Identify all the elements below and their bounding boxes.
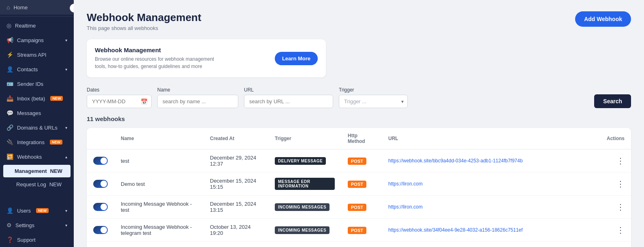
actions-menu-button[interactable]: ⋮ — [616, 156, 625, 165]
toggle-cell — [87, 196, 114, 219]
sidebar-item-campaigns[interactable]: 📢 Campaigns ▾ — [0, 33, 74, 47]
contacts-icon: 👤 — [6, 66, 13, 72]
search-button[interactable]: Search — [594, 94, 631, 108]
webhook-trigger: MESSAGE EDR INFORMATION — [268, 172, 341, 196]
trigger-select[interactable]: Trigger ... DELIVERY MESSAGE MESSAGE EDR… — [339, 95, 408, 108]
col-header-actions: Actions — [600, 128, 631, 149]
table-row: Incoming Message Webhook - test December… — [87, 196, 631, 219]
webhook-actions: ⋮ — [600, 242, 631, 247]
new-badge: NEW — [50, 168, 62, 174]
table-row: Demo test December 15, 2024 15:15 MESSAG… — [87, 172, 631, 196]
sidebar-item-label: Home — [13, 4, 28, 11]
webhook-method: POST — [341, 219, 382, 242]
toggle-cell — [87, 149, 114, 172]
webhook-trigger: INCOMING MESSAGES — [268, 219, 341, 242]
webhook-toggle[interactable] — [93, 203, 108, 211]
webhooks-table-container: Name Created At Trigger Http Method URL … — [87, 128, 631, 247]
webhook-actions: ⋮ — [600, 196, 631, 219]
col-header-trigger: Trigger — [268, 128, 341, 149]
webhook-url: https://liron.com — [382, 196, 600, 219]
webhooks-icon: 🔁 — [6, 153, 13, 160]
webhook-name: Demo test — [114, 172, 203, 196]
main-content: Webhook Management This page shows all w… — [74, 0, 644, 247]
table-header-row: Name Created At Trigger Http Method URL … — [87, 128, 631, 149]
sidebar-item-label: Messages — [17, 110, 41, 116]
chevron-down-icon: ▾ — [65, 209, 67, 213]
integrations-icon: 🔌 — [6, 139, 13, 145]
sidebar-item-webhooks[interactable]: 🔁 Webhooks ▴ — [0, 149, 74, 164]
table-row: Incoming Message Webhook - telegram test… — [87, 219, 631, 242]
url-input[interactable] — [244, 95, 333, 108]
webhook-trigger: INCOMING MESSAGES — [268, 242, 341, 247]
page-header: Webhook Management This page shows all w… — [87, 11, 631, 31]
add-webhook-button[interactable]: Add Webhook — [575, 11, 631, 27]
webhook-name: Incoming Message Webhook - test — [114, 196, 203, 219]
sidebar-sub-label: Management — [15, 168, 47, 174]
trigger-badge: INCOMING MESSAGES — [275, 203, 329, 211]
page-header-text: Webhook Management This page shows all w… — [87, 11, 201, 31]
sidebar-item-label: Campaigns — [17, 37, 44, 43]
webhook-created-at: December 15, 2024 13:15 — [203, 196, 268, 219]
domains-icon: 🔗 — [6, 124, 13, 131]
method-badge: POST — [348, 158, 366, 165]
actions-menu-button[interactable]: ⋮ — [616, 179, 625, 188]
sidebar-item-contacts[interactable]: 👤 Contacts ▾ — [0, 62, 74, 77]
method-badge: POST — [348, 227, 366, 234]
sidebar-item-support[interactable]: ❓ Support — [0, 232, 74, 247]
sidebar-item-streams-api[interactable]: ⚡ Streams API — [0, 47, 74, 62]
trigger-filter-group: Trigger Trigger ... DELIVERY MESSAGE MES… — [339, 87, 408, 108]
sidebar-item-settings[interactable]: ⚙ Settings ▾ — [0, 218, 74, 232]
trigger-badge: DELIVERY MESSAGE — [275, 157, 326, 165]
sidebar-item-integrations[interactable]: 🔌 Integrations NEW — [0, 135, 74, 149]
sidebar-item-sender-ids[interactable]: 🪪 Sender IDs — [0, 77, 74, 91]
sidebar-item-inbox[interactable]: 📥 Inbox (beta) NEW — [0, 91, 74, 106]
learn-more-button[interactable]: Learn More — [275, 52, 318, 65]
new-badge: NEW — [49, 181, 62, 187]
name-input[interactable] — [157, 95, 238, 108]
webhook-toggle[interactable] — [93, 226, 108, 234]
inbox-icon: 📥 — [6, 95, 13, 102]
webhook-method: POST — [341, 242, 382, 247]
page-subtitle: This page shows all webhooks — [87, 25, 201, 31]
realtime-icon: ◎ — [6, 22, 11, 29]
name-filter-label: Name — [157, 87, 238, 93]
sidebar-sub-item-request-log[interactable]: Request Log NEW — [0, 178, 74, 191]
webhook-toggle[interactable] — [93, 180, 108, 188]
webhook-trigger: DELIVERY MESSAGE — [268, 149, 341, 172]
actions-menu-button[interactable]: ⋮ — [616, 202, 625, 211]
webhook-method: POST — [341, 172, 382, 196]
webhook-actions: ⋮ — [600, 219, 631, 242]
url-filter-label: URL — [244, 87, 333, 93]
col-header-name: Name — [114, 128, 203, 149]
sidebar-sub-item-management[interactable]: Management NEW — [3, 165, 71, 177]
sidebar-item-domains-urls[interactable]: 🔗 Domains & URLs ▾ — [0, 120, 74, 135]
sidebar-item-messages[interactable]: 💬 Messages — [0, 106, 74, 120]
new-badge: NEW — [50, 140, 62, 145]
new-badge: NEW — [36, 208, 49, 213]
info-card-text: Webhook Management Browse our online res… — [95, 47, 220, 70]
sidebar: ⌂ Home ‹ ◎ Realtime 📢 Campaigns ▾ ⚡ Stre… — [0, 0, 74, 247]
webhooks-table-body: test December 29, 2024 12:37 DELIVERY ME… — [87, 149, 631, 247]
webhook-created-at: October 13, 2024 19:20 — [203, 219, 268, 242]
toggle-cell — [87, 242, 114, 247]
page-title: Webhook Management — [87, 11, 201, 24]
table-row: Incoming Message Webhook - ff October 13… — [87, 242, 631, 247]
sidebar-item-home[interactable]: ⌂ Home — [0, 0, 74, 15]
webhook-method: POST — [341, 196, 382, 219]
sidebar-item-users[interactable]: 👤 Users NEW ▾ — [0, 203, 74, 218]
sidebar-item-realtime[interactable]: ◎ Realtime — [0, 18, 74, 33]
calendar-icon: 📅 — [141, 98, 148, 105]
actions-menu-button[interactable]: ⋮ — [616, 226, 625, 234]
webhooks-count: 11 webhooks — [87, 115, 631, 122]
sidebar-item-label: Users — [17, 208, 31, 214]
sidebar-item-label: Webhooks — [17, 154, 42, 160]
trigger-badge: INCOMING MESSAGES — [275, 226, 329, 234]
webhook-toggle[interactable] — [93, 157, 108, 165]
method-badge: POST — [348, 204, 366, 211]
webhook-url: https://webhook.site/34f04ee4-9e28-4032-… — [382, 219, 600, 242]
trigger-select-wrapper: Trigger ... DELIVERY MESSAGE MESSAGE EDR… — [339, 95, 408, 108]
webhook-actions: ⋮ — [600, 172, 631, 196]
dates-filter-group: Dates 📅 — [87, 87, 152, 108]
info-card: Webhook Management Browse our online res… — [87, 39, 326, 77]
webhook-actions: ⋮ — [600, 149, 631, 172]
